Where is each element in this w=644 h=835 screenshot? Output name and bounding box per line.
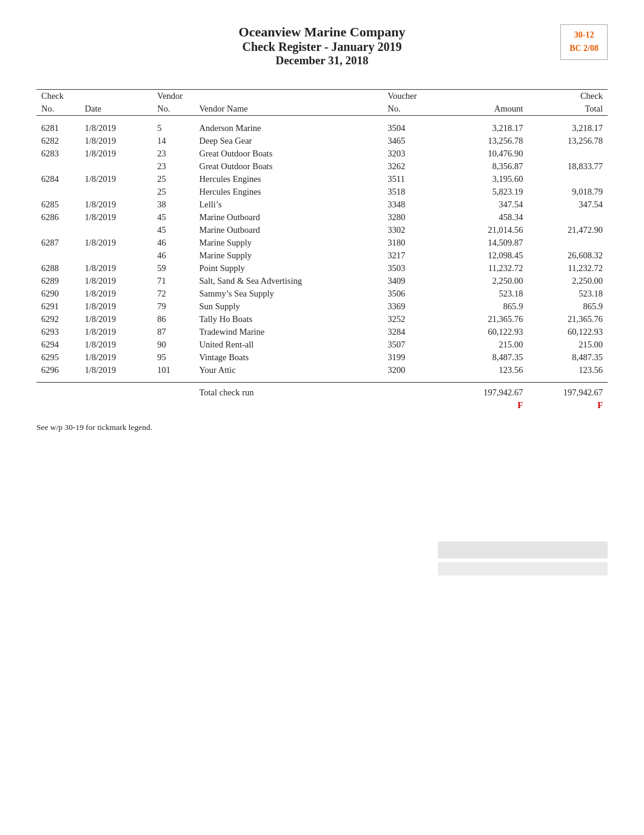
table-row: 62931/8/201987Tradewind Marine328460,122… [36,326,608,338]
total-empty-1 [36,383,152,400]
th-amount-bottom: Amount [448,102,528,116]
table-row: 62921/8/201986Tally Ho Boats325221,365.7… [36,313,608,326]
th-vendor-name-bottom: Vendor Name [194,102,383,116]
table-row: 25Hercules Engines35185,823.199,018.79 [36,186,608,198]
report-date: December 31, 2018 [36,54,608,67]
footnote: See w/p 30-19 for tickmark legend. [36,423,608,432]
th-date-top [80,90,153,103]
th-vendor-no-bottom: No. [152,102,194,116]
table-row: 62871/8/201946Marine Supply318014,509.87 [36,236,608,249]
th-check-no-bottom: No. [36,102,80,116]
total-empty-3 [383,383,448,400]
page-reference: 30-12 BC 2/08 [560,24,608,60]
total-row: Total check run 197,942.67 197,942.67 [36,383,608,400]
table-row: 62891/8/201971Salt, Sand & Sea Advertisi… [36,275,608,287]
table-row: 62861/8/201945Marine Outboard3280458.34 [36,211,608,224]
table-row: 45Marine Outboard330221,014.5621,472.90 [36,224,608,236]
table-row: 62951/8/201995Vintage Boats31998,487.358… [36,351,608,364]
shadow-decoration-2 [438,562,608,575]
th-vendor-no-top: Vendor [152,90,194,103]
table-row: 62901/8/201972Sammy’s Sea Supply3506523.… [36,287,608,300]
table-row: 62881/8/201959Point Supply350311,232.721… [36,262,608,275]
th-date-bottom: Date [80,102,153,116]
th-check-total-bottom: Total [528,102,608,116]
total-label: Total check run [194,383,383,400]
th-amount-top [448,90,528,103]
company-name: Oceanview Marine Company [36,24,608,40]
table-row: 62831/8/201923Great Outdoor Boats320310,… [36,147,608,160]
th-check-total-top: Check [528,90,608,103]
th-voucher-no-bottom: No. [383,102,448,116]
total-check-total: 197,942.67 [528,383,608,400]
total-marker-row: F F [36,399,608,412]
total-empty-2 [152,383,194,400]
th-voucher-no-top: Voucher [383,90,448,103]
th-check-no-top: Check [36,90,80,103]
ref-line2: BC 2/08 [569,42,599,55]
table-row: 46Marine Supply321712,098.4526,608.32 [36,249,608,262]
table-row: 62941/8/201990United Rent-all3507215.002… [36,338,608,351]
th-vendor-name-top [194,90,383,103]
table-row: 62851/8/201938Lelli’s3348347.54347.54 [36,198,608,211]
check-register-table: Check Vendor Voucher Check No. Date No. … [36,89,608,412]
amount-marker: F [448,399,528,412]
total-amount: 197,942.67 [448,383,528,400]
table-row: 62911/8/201979Sun Supply3369865.9865.9 [36,300,608,313]
ref-line1: 30-12 [569,29,599,42]
table-row: 62961/8/2019101Your Attic3200123.56123.5… [36,364,608,377]
table-row: 62841/8/201925Hercules Engines35113,195.… [36,173,608,186]
table-row: 23Great Outdoor Boats32628,356.8718,833.… [36,160,608,173]
total-marker: F [528,399,608,412]
table-row: 62811/8/20195Anderson Marine35043,218.17… [36,122,608,135]
page-header: Oceanview Marine Company Check Register … [36,24,608,67]
shadow-decoration-1 [438,542,608,558]
report-title: Check Register - January 2019 [36,40,608,54]
table-row: 62821/8/201914Deep Sea Gear346513,256.78… [36,135,608,147]
